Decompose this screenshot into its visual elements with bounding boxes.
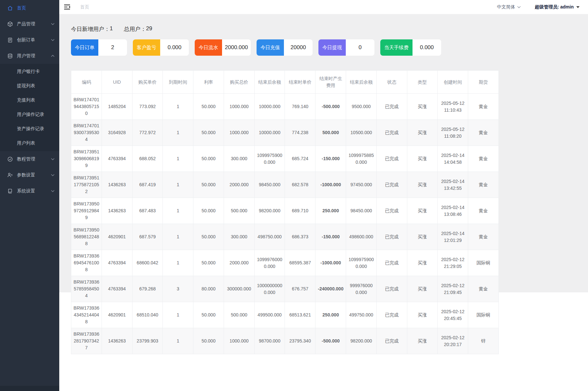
cell-fee: 250.000: [315, 198, 346, 224]
cell-fee: -500.000: [315, 328, 346, 354]
cell-fee: -150.000: [315, 146, 346, 172]
cell-status: 已完成: [376, 328, 407, 354]
cell-total: 2000.000: [224, 172, 254, 198]
cell-fee: -240000.000: [315, 276, 346, 302]
cell-status: 已完成: [376, 250, 407, 276]
cell-total: 300.000: [224, 224, 254, 250]
tutorial-icon: [7, 156, 13, 162]
sidebar-item-system[interactable]: 系统设置: [0, 183, 59, 199]
userdb-icon: [7, 53, 13, 59]
language-label: 中文简体: [497, 4, 515, 10]
cell-balance-after2: 10500.000: [346, 120, 377, 146]
cell-balance-after: 98200.000: [254, 198, 285, 224]
orders-table: 编码UID购买单价到期时间利率购买总价结束后余额结束时单价结束时产生费用结束后余…: [71, 70, 499, 354]
cell-type: 买涨: [407, 224, 438, 250]
admin-user-menu[interactable]: 超级管理员: admin: [535, 4, 580, 10]
column-header: 结束时单价: [285, 71, 315, 94]
cell-created: 2025-05-12 11:10:43: [438, 94, 468, 120]
cell-end-price: 68595.387: [285, 250, 315, 276]
sidebar-subitem-bank-card[interactable]: 用户银行卡: [0, 64, 59, 79]
cell-balance-after: 10999760000.000: [254, 250, 285, 276]
sidebar-subitem-recharge-list[interactable]: 充值列表: [0, 93, 59, 107]
cell-uid: 1436263: [102, 172, 132, 198]
topbar: 首页 中文简体 超级管理员: admin: [59, 0, 588, 14]
sidebar-item-home[interactable]: 首页: [0, 0, 59, 16]
cell-total: 1000.000: [224, 94, 254, 120]
cell-total: 300000.000: [224, 276, 254, 302]
admin-user-label: 超级管理员: admin: [535, 4, 574, 10]
cell-rate: 50.000: [193, 302, 224, 328]
sidebar-subitem-asset-op-log[interactable]: 资产操作记录: [0, 122, 59, 136]
cell-code: BRW17393643452144048: [71, 302, 102, 328]
cell-uid: 4620901: [102, 302, 132, 328]
cell-created: 2025-05-12 11:08:20: [438, 120, 468, 146]
product-icon: [7, 21, 13, 27]
cell-balance-after2: 499750.000: [346, 302, 377, 328]
collapse-menu-icon[interactable]: [64, 4, 70, 10]
cell-type: 买涨: [407, 250, 438, 276]
sidebar-item-user[interactable]: 用户管理: [0, 48, 59, 64]
orders-table-body: BRW174701944380571501485204773.092150.00…: [71, 94, 499, 354]
column-header: 到期时间: [163, 71, 193, 94]
cell-status: 已完成: [376, 276, 407, 302]
cell-balance-after2: 9500.000: [346, 94, 377, 120]
cell-uid: 1436263: [102, 198, 132, 224]
cell-buy-price: 687.419: [132, 172, 163, 198]
cell-type: 买涨: [407, 302, 438, 328]
chevron-down-icon: [51, 190, 55, 192]
cell-rate: 50.000: [193, 172, 224, 198]
new-users-value: 1: [110, 25, 113, 33]
cell-futures: 黄金: [468, 198, 499, 224]
cell-balance-after: 498750.000: [254, 224, 285, 250]
cell-futures: 黄金: [468, 94, 499, 120]
caret-down-icon: [576, 6, 580, 8]
column-header: 购买单价: [132, 71, 163, 94]
sidebar-item-label: 教程管理: [17, 156, 35, 162]
cell-balance-after2: 97450.000: [346, 172, 377, 198]
cell-type: 买涨: [407, 328, 438, 354]
cell-balance-after: 499500.000: [254, 302, 285, 328]
sidebar-item-product[interactable]: 产品管理: [0, 16, 59, 32]
cell-balance-after2: 10999758850.000: [346, 146, 377, 172]
cell-rate: 50.000: [193, 198, 224, 224]
cell-code: BRW17395130986068199: [71, 146, 102, 172]
cell-rate: 50.000: [193, 146, 224, 172]
cell-created: 2025-02-12 21:09:45: [438, 276, 468, 302]
cell-status: 已完成: [376, 120, 407, 146]
cell-type: 买涨: [407, 198, 438, 224]
cell-end-price: 686.373: [285, 224, 315, 250]
cell-created: 2025-02-14 12:01:29: [438, 224, 468, 250]
stat-card-value: 0.000: [160, 39, 189, 56]
cell-code: BRW17395117758721052: [71, 172, 102, 198]
sidebar-item-order[interactable]: 创新订单: [0, 32, 59, 48]
cell-expire: 1: [163, 302, 193, 328]
stat-card-label: 客户盈亏: [133, 39, 160, 56]
cell-total: 1000.000: [224, 120, 254, 146]
cell-status: 已完成: [376, 198, 407, 224]
sidebar-subitem-withdraw-list[interactable]: 提现列表: [0, 79, 59, 93]
cell-created: 2025-02-14 13:08:46: [438, 198, 468, 224]
cell-code: BRW17393628179073427: [71, 328, 102, 354]
stat-card-label: 当天手续费: [380, 39, 413, 56]
stat-cards: 今日订单2客户盈亏0.000今日流水2000.000今日充值20000今日提现0…: [71, 39, 588, 56]
chevron-down-icon: [51, 158, 55, 161]
column-header: 结束时产生费用: [315, 71, 346, 94]
stat-card-value: 0.000: [413, 39, 441, 56]
table-row: BRW17393669454761008476339468600.042150.…: [71, 250, 499, 276]
cell-end-price: 23795.340: [285, 328, 315, 354]
language-selector[interactable]: 中文简体: [497, 4, 521, 10]
sidebar-item-tutorial[interactable]: 教程管理: [0, 151, 59, 167]
sidebar-submenu-user: 用户银行卡提现列表充值列表用户操作记录资产操作记录用户列表: [0, 64, 59, 151]
sidebar-item-params[interactable]: 参数设置: [0, 167, 59, 183]
cell-end-price: 682.578: [285, 172, 315, 198]
sidebar: 首页产品管理创新订单用户管理用户银行卡提现列表充值列表用户操作记录资产操作记录用…: [0, 0, 59, 391]
cell-type: 买涨: [407, 146, 438, 172]
column-header: UID: [102, 71, 132, 94]
sidebar-subitem-user-list[interactable]: 用户列表: [0, 136, 59, 150]
cell-balance-after: 98450.000: [254, 172, 285, 198]
cell-code: BRW17470193007395304: [71, 120, 102, 146]
sidebar-subitem-user-op-log[interactable]: 用户操作记录: [0, 107, 59, 122]
cell-expire: 3: [163, 276, 193, 302]
breadcrumb[interactable]: 首页: [80, 4, 89, 10]
cell-buy-price: 68510.040: [132, 302, 163, 328]
